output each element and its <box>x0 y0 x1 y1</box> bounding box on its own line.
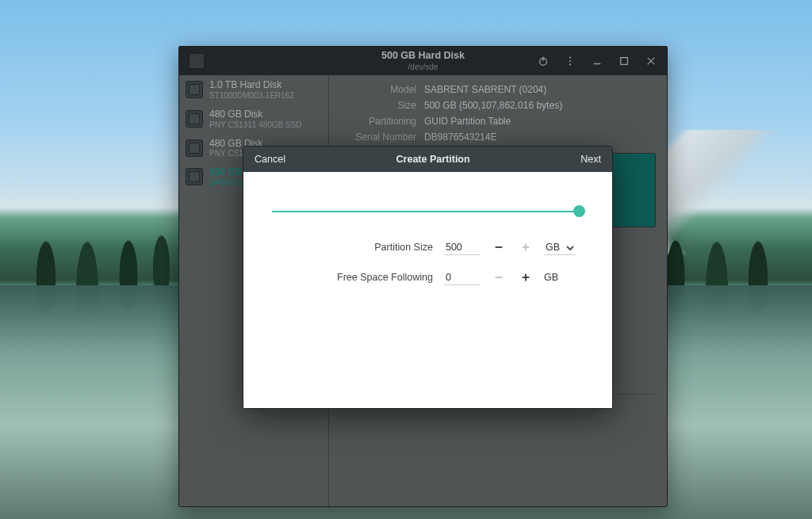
label-size: Size <box>340 100 416 111</box>
label-part: Partitioning <box>340 116 416 127</box>
free-space-increment[interactable] <box>517 269 534 286</box>
harddisk-icon <box>186 139 203 157</box>
disk-title: 1.0 TB Hard Disk <box>209 80 294 91</box>
chevron-down-icon <box>566 243 574 251</box>
label-partition-size: Partition Size <box>270 242 435 253</box>
close-icon[interactable] <box>645 55 657 67</box>
value-part: GUID Partition Table <box>424 116 511 127</box>
svg-point-2 <box>569 57 571 59</box>
partition-size-slider[interactable] <box>270 202 585 221</box>
label-serial: Serial Number <box>340 132 416 143</box>
unit-label: GB <box>546 242 560 253</box>
dialog-header: Cancel Create Partition Next <box>243 147 612 172</box>
maximize-icon[interactable] <box>618 55 630 67</box>
window-titlebar: 500 GB Hard Disk /dev/sde <box>179 47 667 75</box>
harddisk-icon <box>186 168 203 185</box>
create-partition-dialog: Cancel Create Partition Next Partition S… <box>243 146 613 409</box>
sidebar-item-disk[interactable]: 1.0 TB Hard Disk ST1000DM003-1ER162 <box>179 75 328 105</box>
label-free-space: Free Space Following <box>270 272 435 283</box>
value-model: SABRENT SABRENT (0204) <box>424 84 546 95</box>
free-space-input[interactable] <box>444 270 481 285</box>
harddisk-icon <box>186 110 203 128</box>
value-serial: DB9876543214E <box>424 132 496 143</box>
svg-point-4 <box>569 63 571 65</box>
partition-size-increment[interactable] <box>517 239 534 256</box>
kebab-menu-icon[interactable] <box>564 55 576 67</box>
app-icon <box>189 53 205 69</box>
svg-point-3 <box>569 60 571 62</box>
next-button[interactable]: Next <box>580 154 601 165</box>
partition-size-input[interactable] <box>444 240 481 255</box>
slider-thumb[interactable] <box>573 205 585 217</box>
svg-rect-6 <box>621 58 628 65</box>
sidebar-item-disk[interactable]: 480 GB Disk PNY CS1311 480GB SSD <box>179 105 328 134</box>
dialog-title: Create Partition <box>396 154 470 165</box>
disk-title: 480 GB Disk <box>209 109 302 120</box>
value-size: 500 GB (500,107,862,016 bytes) <box>424 100 562 111</box>
harddisk-icon <box>186 81 203 98</box>
minimize-icon[interactable] <box>591 55 603 67</box>
power-icon[interactable] <box>537 55 550 67</box>
cancel-button[interactable]: Cancel <box>255 154 285 165</box>
disk-subtitle: PNY CS1311 480GB SSD <box>209 120 302 129</box>
free-space-unit: GB <box>544 272 576 283</box>
partition-size-decrement[interactable] <box>490 239 508 256</box>
label-model: Model <box>340 84 416 95</box>
slider-track <box>272 211 584 212</box>
partition-size-unit-select[interactable]: GB <box>544 240 576 255</box>
free-space-decrement[interactable] <box>490 269 508 286</box>
disk-subtitle: ST1000DM003-1ER162 <box>209 91 294 100</box>
